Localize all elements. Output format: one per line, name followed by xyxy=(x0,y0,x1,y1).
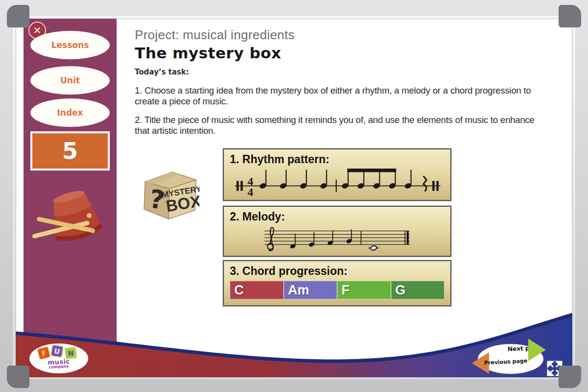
page-title: The mystery box xyxy=(135,44,281,62)
sidebar-item-unit[interactable]: Unit xyxy=(30,66,110,95)
sidebar-item-index[interactable]: Index xyxy=(30,98,110,127)
close-icon: ✕ xyxy=(33,24,42,36)
lesson-canvas: ✕ Lessons Unit Index 5 xyxy=(16,19,572,377)
chord-label: G xyxy=(395,283,406,298)
frame-corner-cap xyxy=(559,366,581,388)
index-label: Index xyxy=(57,108,83,118)
frame-corner-cap xyxy=(559,5,581,27)
melody-panel-title: 2. Melody: xyxy=(230,210,450,223)
chord-block-c: C xyxy=(230,281,284,299)
logo-letter-f: F xyxy=(38,347,50,359)
chord-block-am: Am xyxy=(284,281,338,299)
chord-panel-title: 3. Chord progression: xyxy=(230,265,450,278)
page-number-box: 5 xyxy=(30,131,110,171)
rhythm-notation: 4 4 xyxy=(227,166,447,198)
rhythm-panel-title: 1. Rhythm pattern: xyxy=(230,153,450,166)
chord-progression-panel: 3. Chord progression: C Am F G xyxy=(223,260,451,306)
chord-label: F xyxy=(342,283,350,298)
next-page-button[interactable] xyxy=(528,339,546,361)
frame-corner-cap xyxy=(7,366,29,388)
mystery-box-image[interactable]: ? MYSTERY BOX xyxy=(138,167,199,222)
page-number: 5 xyxy=(62,138,78,164)
sidebar: ✕ Lessons Unit Index 5 xyxy=(24,19,117,348)
sidebar-item-lessons[interactable]: Lessons xyxy=(30,31,110,59)
task-item-1: 1. Choose a starting idea from the myste… xyxy=(135,85,549,107)
task-label: Today’s task: xyxy=(135,68,189,76)
chord-label: C xyxy=(234,283,244,298)
chord-block-f: F xyxy=(337,281,391,299)
frame-corner-cap xyxy=(7,5,29,27)
lessons-label: Lessons xyxy=(51,40,89,50)
time-sig-bottom: 4 xyxy=(247,186,253,198)
logo-letter-u: U xyxy=(51,345,63,357)
unit-label: Unit xyxy=(60,75,80,85)
rhythm-pattern-panel: 1. Rhythm pattern: 4 4 xyxy=(223,148,451,201)
chord-block-g: G xyxy=(391,281,445,299)
fun-music-company-logo: F U N music company xyxy=(29,343,88,373)
chord-label: Am xyxy=(288,283,310,298)
task-item-2: 2. Title the piece of music with somethi… xyxy=(135,115,549,136)
project-title: Project: musical ingredients xyxy=(135,27,294,43)
melody-panel: 2. Melody: xyxy=(223,206,451,257)
bucket-drumsticks-icon xyxy=(27,185,113,250)
melody-notation xyxy=(227,223,447,255)
chord-row: C Am F G xyxy=(230,281,444,299)
